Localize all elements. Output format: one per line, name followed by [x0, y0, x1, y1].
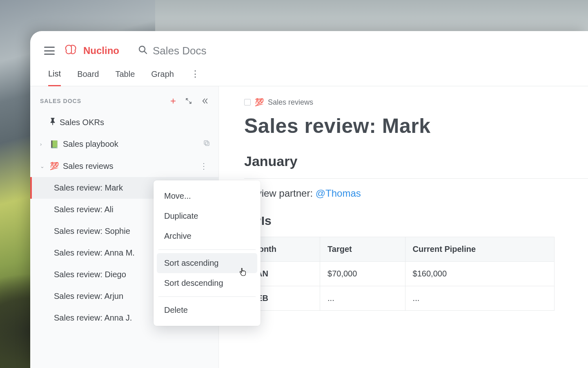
item-menu-icon[interactable]: ⋮ — [197, 161, 210, 171]
brand-name: Nuclino — [83, 45, 119, 56]
cell-pipeline: ... — [405, 286, 554, 311]
search-icon — [138, 45, 148, 56]
sidebar-item-label: Sales reviews — [63, 162, 193, 171]
tab-board[interactable]: Board — [77, 70, 99, 85]
top-bar: Nuclino Sales Docs — [30, 31, 588, 61]
table-header-row: Month Target Current Pipeline — [245, 237, 555, 262]
divider — [244, 178, 588, 179]
context-menu: Move... Duplicate Archive Sort ascending… — [154, 180, 261, 326]
ctx-sort-descending[interactable]: Sort descending — [157, 273, 257, 293]
sidebar-item-okrs[interactable]: Sales OKRs — [30, 112, 218, 133]
ctx-separator — [158, 296, 256, 297]
tab-graph[interactable]: Graph — [151, 70, 174, 85]
expand-icon[interactable] — [185, 96, 192, 106]
copy-icon[interactable] — [203, 139, 210, 149]
ctx-sort-ascending[interactable]: Sort ascending — [157, 253, 257, 273]
app-logo[interactable]: Nuclino — [64, 43, 119, 58]
chevron-right-icon: › — [40, 141, 46, 147]
sidebar-title: SALES DOCS — [40, 98, 81, 104]
section-heading-kpis: KPIs — [244, 214, 588, 228]
review-partner-line: Review partner: @Thomas — [244, 188, 588, 199]
tab-table[interactable]: Table — [116, 70, 135, 85]
breadcrumb-square-icon — [244, 99, 251, 105]
section-heading-january: January — [244, 153, 588, 169]
ctx-delete[interactable]: Delete — [157, 300, 257, 320]
ctx-separator — [158, 249, 256, 250]
main-split: SALES DOCS + Sales OK — [30, 86, 588, 368]
view-tabs: List Board Table Graph ⋮ — [30, 61, 588, 86]
ctx-item-label: Sort ascending — [164, 258, 218, 268]
sidebar-header: SALES DOCS + — [30, 90, 218, 109]
page-title: Sales review: Mark — [244, 114, 588, 138]
tab-list[interactable]: List — [48, 69, 61, 86]
search-bar[interactable]: Sales Docs — [138, 45, 207, 57]
cell-pipeline: $160,000 — [405, 262, 554, 286]
svg-rect-3 — [204, 141, 208, 144]
collapse-sidebar-icon[interactable] — [201, 96, 209, 106]
content-area: 💯 Sales reviews Sales review: Mark Janua… — [219, 86, 588, 368]
sidebar-item-label: Sales OKRs — [60, 118, 210, 127]
col-target: Target — [320, 237, 405, 262]
cell-target: ... — [320, 286, 405, 311]
sidebar-actions: + — [170, 96, 209, 106]
app-window: Nuclino Sales Docs List Board Table Grap… — [30, 31, 588, 368]
sidebar-item-label: Sales playbook — [63, 139, 199, 149]
brain-icon — [64, 43, 79, 58]
hundred-icon: 💯 — [50, 162, 59, 171]
ctx-move[interactable]: Move... — [157, 186, 257, 206]
chevron-down-icon: ⌄ — [40, 163, 46, 169]
book-icon: 📗 — [50, 140, 59, 149]
ctx-archive[interactable]: Archive — [157, 226, 257, 246]
tabs-more-icon[interactable]: ⋮ — [190, 69, 200, 86]
table-row[interactable]: FEB ... ... — [245, 286, 555, 311]
kpi-table: Month Target Current Pipeline JAN $70,00… — [244, 237, 555, 311]
breadcrumb-emoji: 💯 — [255, 98, 264, 107]
svg-rect-2 — [205, 142, 209, 146]
ctx-duplicate[interactable]: Duplicate — [157, 206, 257, 226]
add-item-icon[interactable]: + — [170, 96, 176, 106]
sidebar: SALES DOCS + Sales OK — [30, 86, 219, 368]
sidebar-item-reviews[interactable]: ⌄ 💯 Sales reviews ⋮ — [30, 155, 218, 177]
search-text: Sales Docs — [153, 45, 207, 57]
menu-icon[interactable] — [44, 47, 55, 55]
col-pipeline: Current Pipeline — [405, 237, 554, 262]
user-mention[interactable]: @Thomas — [316, 188, 361, 199]
table-row[interactable]: JAN $70,000 $160,000 — [245, 262, 555, 286]
cell-target: $70,000 — [320, 262, 405, 286]
pin-icon — [50, 118, 56, 127]
sidebar-item-playbook[interactable]: › 📗 Sales playbook — [30, 133, 218, 155]
breadcrumb[interactable]: 💯 Sales reviews — [244, 98, 588, 107]
svg-line-1 — [144, 51, 147, 54]
breadcrumb-label: Sales reviews — [268, 98, 313, 107]
